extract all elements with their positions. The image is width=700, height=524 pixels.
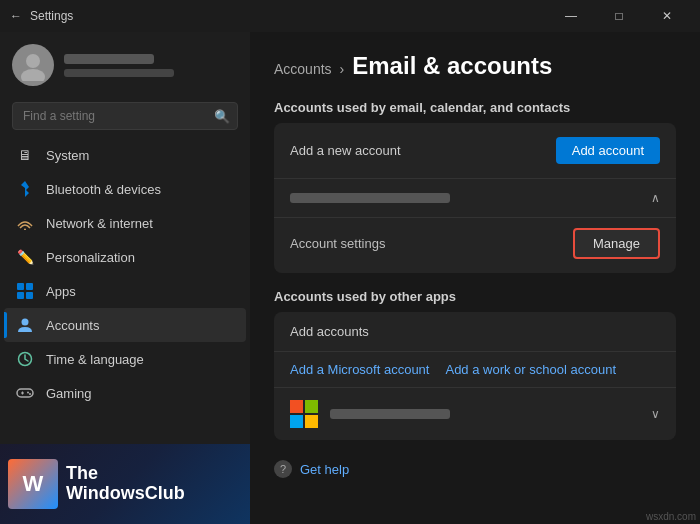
- email-accounts-card: Add a new account Add account ∧ Account …: [274, 123, 676, 273]
- svg-point-0: [26, 54, 40, 68]
- titlebar: ← Settings — □ ✕: [0, 0, 700, 32]
- svg-point-11: [29, 393, 31, 395]
- breadcrumb-accounts[interactable]: Accounts: [274, 61, 332, 77]
- apps-icon: [16, 282, 34, 300]
- bluetooth-icon: [16, 180, 34, 198]
- sidebar-item-system[interactable]: 🖥 System: [4, 138, 246, 172]
- sidebar-item-label: Gaming: [46, 386, 92, 401]
- other-apps-card: Add accounts Add a Microsoft account Add…: [274, 312, 676, 440]
- ms-logo-yellow: [305, 415, 318, 428]
- svg-point-2: [24, 229, 26, 231]
- close-button[interactable]: ✕: [644, 0, 690, 32]
- minimize-button[interactable]: —: [548, 0, 594, 32]
- svg-rect-9: [17, 389, 33, 397]
- personalization-icon: ✏️: [16, 248, 34, 266]
- sidebar-item-label: Personalization: [46, 250, 135, 265]
- user-name-blurred: [64, 54, 154, 64]
- sidebar-item-label: Bluetooth & devices: [46, 182, 161, 197]
- back-icon[interactable]: ←: [10, 9, 22, 23]
- svg-rect-4: [26, 283, 33, 290]
- ms-logo-green: [305, 400, 318, 413]
- sidebar-item-accounts[interactable]: Accounts: [4, 308, 246, 342]
- svg-rect-5: [17, 292, 24, 299]
- account-item: ∧ Account settings Manage: [274, 178, 676, 273]
- chevron-up-icon: ∧: [651, 191, 660, 205]
- sidebar-item-label: Apps: [46, 284, 76, 299]
- sidebar-item-label: Network & internet: [46, 216, 153, 231]
- ms-account-row[interactable]: ∨: [274, 388, 676, 440]
- section2-title: Accounts used by other apps: [274, 289, 676, 304]
- page-title: Email & accounts: [352, 52, 552, 80]
- microsoft-logo: [290, 400, 318, 428]
- maximize-button[interactable]: □: [596, 0, 642, 32]
- account-item-header[interactable]: ∧: [274, 179, 676, 217]
- user-info: [64, 54, 174, 77]
- search-input[interactable]: [12, 102, 238, 130]
- sidebar-item-bluetooth[interactable]: Bluetooth & devices: [4, 172, 246, 206]
- time-icon: [16, 350, 34, 368]
- sidebar: 🔍 🖥 System Bluetooth & devices: [0, 32, 250, 524]
- avatar: [12, 44, 54, 86]
- network-icon: [16, 214, 34, 232]
- add-new-account-row: Add a new account Add account: [274, 123, 676, 178]
- user-email-blurred: [64, 69, 174, 77]
- chevron-down-icon: ∨: [651, 407, 660, 421]
- sidebar-item-label: System: [46, 148, 89, 163]
- gaming-icon: [16, 384, 34, 402]
- user-profile[interactable]: [0, 32, 250, 98]
- windows-update-icon: [16, 488, 34, 506]
- add-account-button[interactable]: Add account: [556, 137, 660, 164]
- accounts-icon: [16, 316, 34, 334]
- get-help-row: ? Get help: [274, 456, 676, 482]
- add-work-school-link[interactable]: Add a work or school account: [445, 362, 616, 377]
- ms-account-name-blurred: [330, 409, 450, 419]
- section1-title: Accounts used by email, calendar, and co…: [274, 100, 676, 115]
- content-area: Accounts › Email & accounts Accounts use…: [250, 32, 700, 524]
- account-expanded-content: Account settings Manage: [274, 217, 676, 273]
- add-accounts-label: Add accounts: [274, 312, 676, 352]
- page-header: Accounts › Email & accounts: [274, 52, 676, 80]
- titlebar-title: Settings: [30, 9, 73, 23]
- sidebar-item-personalization[interactable]: ✏️ Personalization: [4, 240, 246, 274]
- ms-account-left: [290, 400, 450, 428]
- manage-button[interactable]: Manage: [573, 228, 660, 259]
- ms-logo-red: [290, 400, 303, 413]
- titlebar-left: ← Settings: [10, 9, 73, 23]
- svg-rect-6: [26, 292, 33, 299]
- svg-point-1: [21, 69, 45, 81]
- svg-point-7: [22, 319, 29, 326]
- titlebar-controls: — □ ✕: [548, 0, 690, 32]
- account-name-blurred: [290, 193, 450, 203]
- get-help-link[interactable]: Get help: [300, 462, 349, 477]
- account-settings-label: Account settings: [290, 236, 385, 251]
- add-accounts-links: Add a Microsoft account Add a work or sc…: [274, 352, 676, 388]
- get-help-icon: ?: [274, 460, 292, 478]
- breadcrumb-chevron: ›: [340, 61, 345, 77]
- add-microsoft-account-link[interactable]: Add a Microsoft account: [290, 362, 429, 377]
- sidebar-item-windows-update[interactable]: Windows Update: [4, 480, 246, 514]
- sidebar-item-time[interactable]: Time & language: [4, 342, 246, 376]
- add-new-account-label: Add a new account: [290, 143, 401, 158]
- sidebar-item-apps[interactable]: Apps: [4, 274, 246, 308]
- ms-logo-blue: [290, 415, 303, 428]
- windows-update-label: Windows Update: [46, 490, 144, 505]
- sidebar-item-network[interactable]: Network & internet: [4, 206, 246, 240]
- sidebar-item-label: Time & language: [46, 352, 144, 367]
- main-layout: 🔍 🖥 System Bluetooth & devices: [0, 32, 700, 524]
- search-icon: 🔍: [214, 109, 230, 124]
- search-container: 🔍: [12, 102, 238, 130]
- svg-rect-3: [17, 283, 24, 290]
- system-icon: 🖥: [16, 146, 34, 164]
- sidebar-item-gaming[interactable]: Gaming: [4, 376, 246, 410]
- svg-point-10: [27, 392, 29, 394]
- sidebar-item-label: Accounts: [46, 318, 99, 333]
